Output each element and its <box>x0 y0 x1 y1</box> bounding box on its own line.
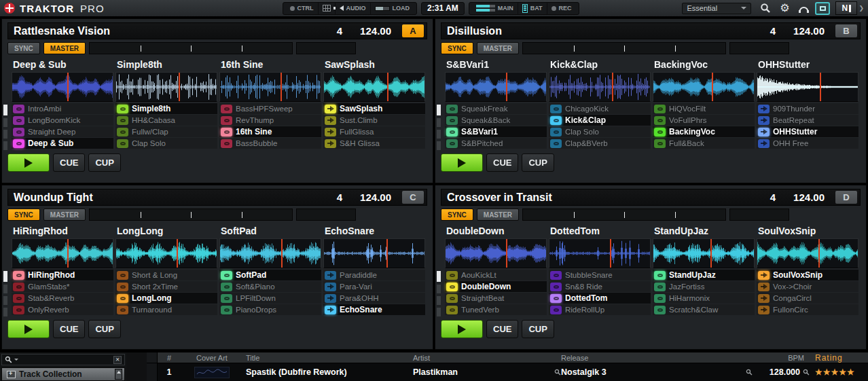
sample-cell[interactable]: DottedTom <box>549 293 651 304</box>
slot-waveform[interactable] <box>653 72 755 102</box>
sample-cell[interactable]: AouKickLt <box>445 270 547 280</box>
sample-cell[interactable]: Straight Deep <box>12 126 113 137</box>
preferences-button[interactable]: ⚙ <box>777 2 792 15</box>
sample-cell[interactable]: LongBoomKick <box>12 115 113 126</box>
sample-cell[interactable]: ChicagoKick <box>549 103 651 114</box>
search-by-release-icon[interactable] <box>746 369 753 376</box>
play-button[interactable] <box>441 320 483 338</box>
slot-waveform[interactable] <box>445 238 547 268</box>
sample-cell[interactable]: LongLong <box>115 293 217 304</box>
slot-waveform[interactable] <box>549 72 651 102</box>
page-indicator[interactable] <box>3 105 7 153</box>
sample-cell[interactable]: Clap Solo <box>115 138 217 149</box>
cue-button[interactable]: CUE <box>486 153 518 172</box>
sample-cell[interactable]: BassBubble <box>219 138 321 149</box>
sample-cell[interactable]: Short 2xTime <box>115 281 217 292</box>
sync-button[interactable]: SYNC <box>441 42 473 54</box>
slot-waveform[interactable] <box>757 72 858 102</box>
page-indicator[interactable] <box>3 271 7 319</box>
sample-cell[interactable]: IntroAmbi <box>12 103 113 114</box>
sync-button[interactable]: SYNC <box>7 42 40 54</box>
rec-indicator[interactable]: REC <box>547 3 576 14</box>
tree-scrollbar-up-button[interactable] <box>115 369 122 380</box>
sample-cell[interactable]: BassHPFSweep <box>219 103 321 114</box>
sample-cell[interactable]: SqueakFreak <box>445 103 547 114</box>
fullscreen-button[interactable] <box>815 2 830 15</box>
deck-tempo[interactable]: 124.00 <box>793 25 825 37</box>
slot-waveform[interactable] <box>323 72 425 102</box>
sample-cell[interactable]: Para&OHH <box>323 293 425 304</box>
deck-tempo[interactable]: 124.00 <box>793 192 825 203</box>
column-header-artist[interactable]: Artist <box>413 354 561 362</box>
page-indicator[interactable] <box>437 105 441 153</box>
sample-cell[interactable]: SoftPad <box>219 270 321 280</box>
sample-cell[interactable]: Fullw/Clap <box>115 126 217 137</box>
sample-cell[interactable]: SoulVoxSnip <box>757 270 858 280</box>
sample-cell[interactable]: CongaCircl <box>757 293 858 304</box>
deck-tempo[interactable]: 124.00 <box>360 25 391 37</box>
sample-cell[interactable]: Deep & Sub <box>12 138 113 149</box>
sample-cell[interactable]: StandUpJaz <box>653 270 755 280</box>
sample-cell[interactable]: BackingVoc <box>653 126 755 137</box>
sample-cell[interactable]: Sn&8 Ride <box>549 281 651 292</box>
slot-waveform[interactable] <box>653 238 755 268</box>
cup-button[interactable]: CUP <box>522 153 554 172</box>
sample-cell[interactable]: EchoSnare <box>323 304 425 315</box>
slot-waveform[interactable] <box>549 238 651 268</box>
sample-cell[interactable]: Soft&Piano <box>219 281 321 292</box>
sample-cell[interactable]: S&BPitched <box>445 138 547 149</box>
cue-button[interactable]: CUE <box>486 320 518 338</box>
slot-waveform[interactable] <box>323 238 425 268</box>
slot-waveform[interactable] <box>115 72 217 102</box>
sample-cell[interactable]: StraightBeat <box>445 293 547 304</box>
sample-cell[interactable]: Stab&Reverb <box>12 293 113 304</box>
cup-button[interactable]: CUP <box>88 153 120 172</box>
slot-waveform[interactable] <box>115 238 217 268</box>
sample-cell[interactable]: Vox->Choir <box>757 281 858 292</box>
sample-cell[interactable]: VoFullPhrs <box>653 115 755 126</box>
sample-cell[interactable]: BeatRepeat <box>757 115 858 126</box>
sample-cell[interactable]: OHHStutter <box>757 126 858 137</box>
cup-button[interactable]: CUP <box>88 320 120 338</box>
sample-cell[interactable]: HiRingRhod <box>12 270 113 280</box>
search-by-bpm-icon[interactable] <box>803 369 810 376</box>
master-button[interactable]: MASTER <box>43 208 86 221</box>
sample-cell[interactable]: OHH Free <box>757 138 858 149</box>
sample-cell[interactable]: HiHarmonix <box>653 293 755 304</box>
column-header-num[interactable]: # <box>158 354 181 362</box>
tree-item-track-collection[interactable]: Track Collection <box>1 367 125 381</box>
sample-cell[interactable]: GlamStabs* <box>12 281 113 292</box>
slot-waveform[interactable] <box>219 72 321 102</box>
sample-cell[interactable]: StubbleSnare <box>549 270 651 280</box>
sample-cell[interactable]: DoubleDown <box>445 281 547 292</box>
sample-cell[interactable]: FullonCirc <box>757 304 858 315</box>
sample-cell[interactable]: RideRollUp <box>549 304 651 315</box>
sample-cell[interactable]: OnlyReverb <box>12 304 113 315</box>
sample-cell[interactable]: S&BVari1 <box>445 126 547 137</box>
sample-cell[interactable]: Kick&Clap <box>549 115 651 126</box>
column-header-release[interactable]: Release <box>561 354 753 362</box>
master-button[interactable]: MASTER <box>477 42 519 54</box>
cue-headphones-button[interactable] <box>796 2 811 15</box>
sample-cell[interactable]: HH&Cabasa <box>115 115 217 126</box>
play-button[interactable] <box>7 153 50 172</box>
cue-button[interactable]: CUE <box>53 320 85 338</box>
track-row[interactable]: 1 Spastik (Dubfire Rework) Plastikman <box>147 363 868 381</box>
master-button[interactable]: MASTER <box>477 208 519 221</box>
search-by-artist-icon[interactable] <box>554 369 561 376</box>
sample-cell[interactable]: RevThump <box>219 115 321 126</box>
sync-button[interactable]: SYNC <box>441 208 473 221</box>
sample-cell[interactable]: PianoDrops <box>219 304 321 315</box>
column-header-rating[interactable]: Rating <box>811 353 868 363</box>
sample-cell[interactable]: TunedVerb <box>445 304 547 315</box>
slot-waveform[interactable] <box>219 238 321 268</box>
sample-cell[interactable]: Paradiddle <box>323 270 425 280</box>
deck-letter-badge[interactable]: C <box>402 191 424 204</box>
page-indicator[interactable] <box>437 271 441 319</box>
sample-cell[interactable]: Simple8th <box>115 103 217 114</box>
column-header-title[interactable]: Title <box>243 354 413 362</box>
sample-cell[interactable]: Full&Back <box>653 138 755 149</box>
cup-button[interactable]: CUP <box>522 320 554 338</box>
deck-letter-badge[interactable]: A <box>402 24 424 37</box>
sample-cell[interactable]: HiQVocFilt <box>653 103 755 114</box>
